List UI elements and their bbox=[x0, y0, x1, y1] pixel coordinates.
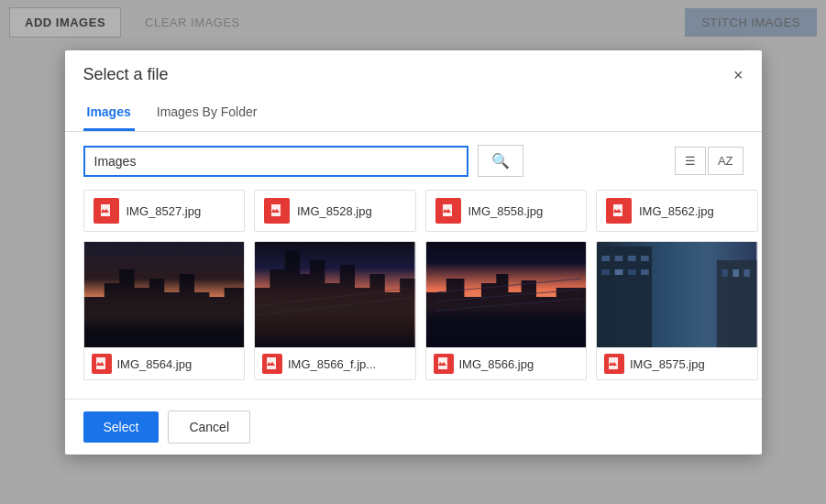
file-item-img8562[interactable]: IMG_8562.jpg bbox=[596, 190, 758, 232]
file-name: IMG_8528.jpg bbox=[297, 204, 372, 218]
search-input-wrapper bbox=[83, 146, 468, 177]
svg-rect-24 bbox=[601, 269, 610, 275]
search-button[interactable]: 🔍 bbox=[478, 145, 523, 177]
thumbnail bbox=[84, 242, 245, 347]
file-grid: IMG_8527.jpg IMG_8528.jpg IMG_8558.jpg bbox=[65, 190, 762, 399]
file-item-img8575[interactable]: IMG_8575.jpg bbox=[596, 241, 758, 380]
search-area: 🔍 ☰ AZ bbox=[65, 132, 762, 190]
thumb-footer: IMG_8564.jpg bbox=[84, 347, 245, 379]
file-icon bbox=[264, 198, 290, 224]
svg-rect-22 bbox=[628, 256, 636, 261]
tab-images-by-folder[interactable]: Images By Folder bbox=[153, 95, 261, 131]
file-item-img8528[interactable]: IMG_8528.jpg bbox=[254, 190, 416, 232]
file-icon bbox=[92, 354, 112, 374]
thumb-footer: IMG_8575.jpg bbox=[597, 347, 757, 379]
file-name: IMG_8566.jpg bbox=[459, 357, 534, 371]
svg-rect-27 bbox=[641, 269, 649, 275]
modal-header: Select a file × bbox=[65, 50, 762, 92]
search-icon: 🔍 bbox=[491, 153, 510, 169]
modal-overlay: Select a file × Images Images By Folder … bbox=[0, 0, 826, 504]
file-name: IMG_8564.jpg bbox=[117, 357, 193, 371]
file-icon bbox=[435, 198, 461, 224]
file-name: IMG_8562.jpg bbox=[639, 204, 714, 218]
thumbnail bbox=[426, 242, 587, 347]
modal-footer: Select Cancel bbox=[65, 399, 762, 455]
az-sort-button[interactable]: AZ bbox=[708, 147, 743, 175]
file-name: IMG_8527.jpg bbox=[127, 204, 202, 218]
svg-rect-20 bbox=[601, 256, 610, 261]
search-input[interactable] bbox=[83, 146, 468, 177]
svg-rect-19 bbox=[597, 247, 652, 347]
file-row-2: IMG_8564.jpg bbox=[83, 241, 758, 380]
file-name: IMG_8575.jpg bbox=[630, 357, 705, 371]
file-item-img8566f[interactable]: IMG_8566_f.jp... bbox=[254, 241, 416, 380]
file-select-modal: Select a file × Images Images By Folder … bbox=[65, 50, 762, 455]
file-icon bbox=[604, 354, 624, 374]
svg-rect-21 bbox=[615, 256, 623, 261]
file-icon bbox=[94, 198, 119, 224]
svg-rect-26 bbox=[628, 269, 636, 275]
svg-rect-23 bbox=[641, 256, 649, 261]
modal-title: Select a file bbox=[83, 65, 169, 84]
file-icon bbox=[606, 198, 632, 224]
svg-rect-29 bbox=[721, 269, 728, 277]
file-item-img8566[interactable]: IMG_8566.jpg bbox=[425, 241, 588, 380]
thumb-footer: IMG_8566.jpg bbox=[426, 347, 587, 379]
az-icon: AZ bbox=[718, 154, 733, 168]
svg-rect-31 bbox=[743, 269, 750, 277]
thumbnail bbox=[597, 242, 757, 347]
thumbnail bbox=[255, 242, 415, 347]
file-name: IMG_8558.jpg bbox=[468, 204, 544, 218]
svg-rect-25 bbox=[615, 269, 623, 275]
list-icon: ☰ bbox=[685, 154, 696, 168]
list-view-button[interactable]: ☰ bbox=[675, 147, 706, 175]
file-icon bbox=[262, 354, 282, 374]
file-item-img8527[interactable]: IMG_8527.jpg bbox=[83, 190, 246, 232]
tab-images[interactable]: Images bbox=[83, 95, 135, 131]
cancel-button[interactable]: Cancel bbox=[168, 411, 250, 444]
file-name: IMG_8566_f.jp... bbox=[288, 357, 376, 371]
file-icon bbox=[434, 354, 454, 374]
svg-rect-30 bbox=[732, 269, 739, 277]
file-row-1: IMG_8527.jpg IMG_8528.jpg IMG_8558.jpg bbox=[83, 190, 758, 232]
file-item-img8564[interactable]: IMG_8564.jpg bbox=[83, 241, 246, 380]
sort-buttons: ☰ AZ bbox=[675, 147, 743, 175]
file-item-img8558[interactable]: IMG_8558.jpg bbox=[425, 190, 588, 232]
select-button[interactable]: Select bbox=[83, 411, 160, 443]
thumb-footer: IMG_8566_f.jp... bbox=[255, 347, 415, 379]
tabs-container: Images Images By Folder bbox=[65, 95, 762, 132]
modal-close-button[interactable]: × bbox=[733, 67, 743, 83]
